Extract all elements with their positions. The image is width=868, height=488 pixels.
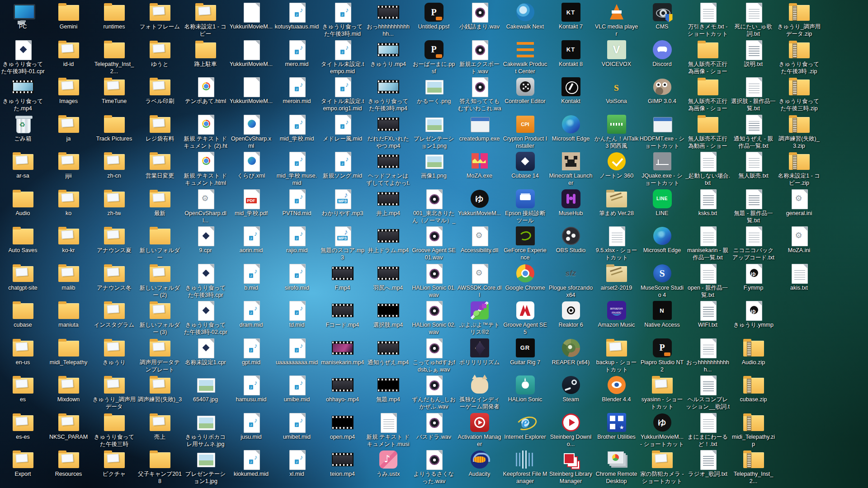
- desktop-icon[interactable]: 筆まめ Ver.28: [594, 188, 639, 225]
- desktop-icon[interactable]: Reaktor 6: [548, 299, 594, 337]
- desktop-icon[interactable]: ko: [46, 188, 91, 225]
- desktop-icon[interactable]: 65407.jpg: [183, 374, 228, 411]
- desktop-icon[interactable]: きゅうり_調声用データ: [91, 374, 137, 411]
- desktop-icon[interactable]: MuseHub: [548, 188, 594, 225]
- desktop-icon[interactable]: ヘッドフォンはずしててよかっt.mp4: [365, 150, 411, 188]
- desktop-icon[interactable]: 無人販売.txt: [731, 150, 776, 188]
- desktop-icon[interactable]: ゆYukkuriMovieM... - ショートカット: [639, 411, 685, 449]
- desktop-icon[interactable]: Export: [0, 448, 46, 486]
- desktop-icon[interactable]: バスドラ.wav: [411, 411, 457, 449]
- desktop-icon[interactable]: malib: [46, 262, 91, 300]
- desktop-icon[interactable]: おっhhhhhhhhhhh...: [685, 337, 731, 374]
- desktop-icon[interactable]: NKSC_PARAM: [46, 411, 91, 449]
- desktop-icon[interactable]: きゅうり食ってた午後三時: [91, 411, 137, 449]
- desktop-icon[interactable]: MP3無題のスコア.mp3: [320, 225, 365, 262]
- desktop-icon[interactable]: manisekarin - 親作品一覧.txt: [685, 225, 731, 262]
- desktop-icon[interactable]: KTKontakt 8: [548, 38, 594, 76]
- desktop-icon[interactable]: 最新: [137, 188, 183, 225]
- desktop-icon[interactable]: ♪jusu.mid: [228, 411, 274, 449]
- desktop-icon[interactable]: 答え知っててもむずいわこれ.wav: [457, 75, 502, 113]
- desktop-icon[interactable]: Cakewalk Next: [502, 1, 548, 38]
- desktop-icon[interactable]: 父子キャンプ2018: [137, 448, 183, 486]
- desktop-icon[interactable]: 羽尻へ.mp4: [365, 262, 411, 300]
- desktop-icon[interactable]: Microsoft Edge: [548, 113, 594, 150]
- desktop-icon[interactable]: MP3わかりやす.mp3: [320, 188, 365, 225]
- desktop-icon[interactable]: アナウンス夏: [91, 225, 137, 262]
- desktop-icon[interactable]: かんたん！AITalk 3 関西風: [594, 113, 639, 150]
- desktop-icon[interactable]: 画像1.png: [411, 150, 457, 188]
- desktop-icon[interactable]: GIMP 3.0.4: [639, 75, 685, 113]
- desktop-icon[interactable]: cubase: [0, 299, 46, 337]
- desktop-icon[interactable]: Telepathy_Inst_2...: [731, 448, 776, 486]
- desktop-icon[interactable]: よりうるさくなった.wav: [411, 448, 457, 486]
- desktop-icon[interactable]: sVoiSona: [594, 75, 639, 113]
- desktop-icon[interactable]: 説明.txt: [731, 38, 776, 76]
- desktop-icon[interactable]: ♪mid_学校.mid: [274, 113, 320, 150]
- desktop-icon[interactable]: ごみ箱: [0, 113, 46, 150]
- desktop-icon[interactable]: ♪メドレー風.mid: [320, 113, 365, 150]
- desktop-icon[interactable]: ko-kr: [46, 225, 91, 262]
- desktop-icon[interactable]: Blender 4.4: [594, 374, 639, 411]
- desktop-icon[interactable]: ♪タイトル未設定.tempo.orig1.mid: [320, 75, 365, 113]
- desktop-icon[interactable]: ポリリリリズム: [457, 337, 502, 374]
- desktop-icon[interactable]: きゅうり食ってた午後3時-01.cpr: [0, 38, 46, 76]
- desktop-icon[interactable]: PDFmid_学校.pdf: [228, 188, 274, 225]
- desktop-icon[interactable]: 無人販売不正行為画像 - ショートカット: [685, 75, 731, 113]
- desktop-icon[interactable]: テンポあて.html: [183, 75, 228, 113]
- desktop-icon[interactable]: Google Chrome: [502, 262, 548, 300]
- desktop-icon[interactable]: _起動しない場合.txt: [685, 150, 731, 188]
- desktop-icon[interactable]: MoZA.exe: [457, 150, 502, 188]
- desktop-icon[interactable]: CMS: [639, 1, 685, 38]
- desktop-icon[interactable]: GRGuitar Rig 7: [502, 337, 548, 374]
- desktop-icon[interactable]: ♪umibe.mid: [274, 374, 320, 411]
- desktop-icon[interactable]: フォトフレーム: [137, 1, 183, 38]
- desktop-icon[interactable]: アナウンス冬: [91, 262, 137, 300]
- desktop-icon[interactable]: ♪新規ソング.mid: [320, 150, 365, 188]
- desktop-icon[interactable]: ラジオ_歌詞.txt: [685, 448, 731, 486]
- desktop-icon[interactable]: sfzPlogue sforzando x64: [548, 262, 594, 300]
- desktop-icon[interactable]: Accessibility.dll: [457, 225, 502, 262]
- desktop-icon[interactable]: ♪aorin.mid: [228, 225, 274, 262]
- desktop-icon[interactable]: OpenCvSharp.dll...: [183, 188, 228, 225]
- desktop-icon[interactable]: 売上: [137, 411, 183, 449]
- desktop-icon[interactable]: Groove Agent SE 5: [502, 299, 548, 337]
- desktop-icon[interactable]: Audio: [0, 188, 46, 225]
- desktop-icon[interactable]: REAPER (x64): [548, 337, 594, 374]
- desktop-icon[interactable]: F.mp4: [320, 262, 365, 300]
- desktop-icon[interactable]: TimeTune: [91, 75, 137, 113]
- desktop-icon[interactable]: JQuake.exe - ショートカット: [639, 150, 685, 188]
- desktop-icon[interactable]: Mixdown: [46, 374, 91, 411]
- desktop-icon[interactable]: 名称未設定1.cpr: [183, 337, 228, 374]
- desktop-icon[interactable]: Microsoft Edge: [639, 225, 685, 262]
- desktop-icon[interactable]: HDDFMT.exe - ショートカット: [639, 113, 685, 150]
- desktop-icon[interactable]: Telepathy_Inst_2...: [91, 38, 137, 76]
- desktop-icon[interactable]: es-es: [0, 411, 46, 449]
- desktop-icon[interactable]: きゅうり食ってた午後3時.mp4: [365, 75, 411, 113]
- desktop-icon[interactable]: teion.mp4: [320, 448, 365, 486]
- desktop-icon[interactable]: Activation Manager: [457, 411, 502, 449]
- desktop-icon[interactable]: backup - ショートカット: [594, 337, 639, 374]
- desktop-icon[interactable]: きゅうり食ってた午後三時.zip: [776, 75, 822, 113]
- desktop-icon[interactable]: ♪タイトル未設定.tempo.mid: [320, 38, 365, 76]
- desktop-icon[interactable]: 新規 テキスト ドキュメント.html: [183, 150, 228, 188]
- desktop-icon[interactable]: ♪rajio.mid: [274, 225, 320, 262]
- desktop-icon[interactable]: jijii: [46, 150, 91, 188]
- desktop-icon[interactable]: ♪gpt.mid: [228, 337, 274, 374]
- desktop-icon[interactable]: PPiapro Studio NT2: [639, 337, 685, 374]
- desktop-icon[interactable]: Steinberg Library Manager: [548, 448, 594, 486]
- desktop-icon[interactable]: Controller Editor: [502, 75, 548, 113]
- desktop-icon[interactable]: open - 親作品一覧.txt: [685, 262, 731, 300]
- desktop-icon[interactable]: きゅうりボカコレ用サムネ.jpg: [183, 411, 228, 449]
- desktop-icon[interactable]: ゆYukkuriMovieM...: [457, 188, 502, 225]
- desktop-icon[interactable]: 選択肢.mp4: [365, 299, 411, 337]
- desktop-icon[interactable]: 営業日変更: [137, 150, 183, 188]
- desktop-icon[interactable]: Images: [46, 75, 91, 113]
- desktop-icon[interactable]: Epson 接続診断ツール: [502, 188, 548, 225]
- desktop-icon[interactable]: ohhayo-.mp4: [320, 374, 365, 411]
- desktop-icon[interactable]: ゆきゅうり.ymmp: [731, 299, 776, 337]
- desktop-icon[interactable]: 孤独なインディーゲーム開発者の一生 ...: [457, 374, 502, 411]
- desktop-icon[interactable]: 死にたい_ゅ歌詞.txt: [731, 1, 776, 38]
- desktop-icon[interactable]: ♪meroin.mid: [274, 75, 320, 113]
- desktop-icon[interactable]: くらび.xml: [228, 150, 274, 188]
- desktop-icon[interactable]: ラベル印刷: [137, 75, 183, 113]
